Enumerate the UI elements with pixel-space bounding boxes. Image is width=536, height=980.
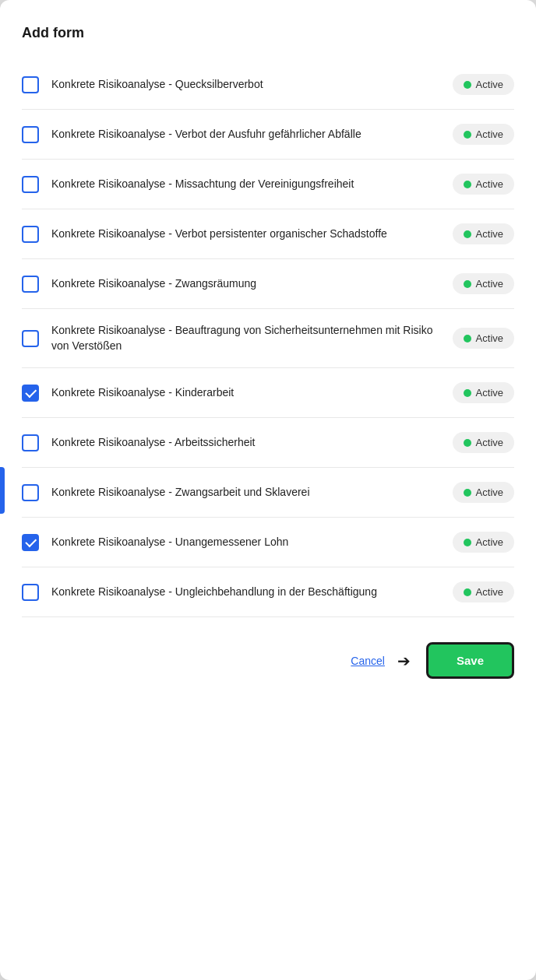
item-label-4: Konkrete Risikoanalyse - Verbot persiste… bbox=[51, 227, 440, 242]
status-badge-5: Active bbox=[453, 273, 514, 294]
checkbox-item-7[interactable] bbox=[22, 385, 39, 402]
list-item: Konkrete Risikoanalyse - Ungleichbehandl… bbox=[22, 567, 514, 617]
footer: Cancel ➔ Save bbox=[22, 623, 514, 679]
status-dot-icon-6 bbox=[464, 335, 471, 342]
status-text-3: Active bbox=[476, 178, 503, 190]
checkbox-item-10[interactable] bbox=[22, 534, 39, 551]
list-item: Konkrete Risikoanalyse - Beauftragung vo… bbox=[22, 309, 514, 368]
status-dot-icon-5 bbox=[464, 280, 471, 288]
arrow-icon: ➔ bbox=[397, 652, 411, 670]
item-left-11: Konkrete Risikoanalyse - Ungleichbehandl… bbox=[22, 584, 440, 601]
item-left-1: Konkrete Risikoanalyse - Quecksilberverb… bbox=[22, 76, 440, 93]
item-label-9: Konkrete Risikoanalyse - Zwangsarbeit un… bbox=[51, 485, 440, 501]
item-label-10: Konkrete Risikoanalyse - Unangemessener … bbox=[51, 535, 440, 550]
checkbox-item-5[interactable] bbox=[22, 276, 39, 293]
cancel-button[interactable]: Cancel bbox=[341, 648, 394, 673]
item-label-8: Konkrete Risikoanalyse - Arbeitssicherhe… bbox=[51, 435, 440, 451]
add-form-modal: Add form Konkrete Risikoanalyse - Quecks… bbox=[0, 0, 536, 980]
checkbox-item-4[interactable] bbox=[22, 226, 39, 243]
status-badge-3: Active bbox=[453, 174, 514, 195]
status-dot-icon-9 bbox=[464, 489, 471, 497]
status-text-1: Active bbox=[476, 79, 503, 90]
status-text-5: Active bbox=[476, 278, 503, 290]
checkbox-item-3[interactable] bbox=[22, 176, 39, 193]
checkbox-item-8[interactable] bbox=[22, 434, 39, 451]
status-dot-icon-3 bbox=[464, 181, 471, 188]
status-dot-icon-2 bbox=[464, 131, 471, 139]
list-item: Konkrete Risikoanalyse - Verbot der Ausf… bbox=[22, 110, 514, 160]
status-dot-icon-8 bbox=[464, 439, 471, 447]
status-badge-4: Active bbox=[453, 223, 514, 244]
item-label-3: Konkrete Risikoanalyse - Missachtung der… bbox=[51, 177, 440, 192]
save-button[interactable]: Save bbox=[426, 642, 514, 679]
item-left-6: Konkrete Risikoanalyse - Beauftragung vo… bbox=[22, 323, 440, 353]
item-left-5: Konkrete Risikoanalyse - Zwangsräumung bbox=[22, 276, 440, 293]
modal-title: Add form bbox=[22, 25, 514, 41]
status-dot-icon-7 bbox=[464, 389, 471, 397]
checkbox-item-6[interactable] bbox=[22, 330, 39, 347]
list-item: Konkrete Risikoanalyse - Missachtung der… bbox=[22, 160, 514, 209]
status-badge-8: Active bbox=[453, 432, 514, 453]
checkbox-item-9[interactable] bbox=[22, 484, 39, 501]
item-label-2: Konkrete Risikoanalyse - Verbot der Ausf… bbox=[51, 127, 440, 142]
item-left-4: Konkrete Risikoanalyse - Verbot persiste… bbox=[22, 226, 440, 243]
item-label-11: Konkrete Risikoanalyse - Ungleichbehandl… bbox=[51, 585, 440, 600]
status-text-6: Active bbox=[476, 332, 503, 344]
status-text-11: Active bbox=[476, 586, 503, 598]
item-label-7: Konkrete Risikoanalyse - Kinderarbeit bbox=[51, 385, 440, 401]
item-left-8: Konkrete Risikoanalyse - Arbeitssicherhe… bbox=[22, 434, 440, 451]
checkbox-item-1[interactable] bbox=[22, 76, 39, 93]
status-badge-1: Active bbox=[453, 74, 514, 95]
checkbox-item-11[interactable] bbox=[22, 584, 39, 601]
item-label-6: Konkrete Risikoanalyse - Beauftragung vo… bbox=[51, 323, 440, 353]
status-text-8: Active bbox=[476, 437, 503, 448]
status-badge-7: Active bbox=[453, 382, 514, 403]
list-item: Konkrete Risikoanalyse - Unangemessener … bbox=[22, 518, 514, 567]
status-text-7: Active bbox=[476, 387, 503, 399]
status-text-10: Active bbox=[476, 536, 503, 548]
status-badge-9: Active bbox=[453, 482, 514, 503]
item-left-9: Konkrete Risikoanalyse - Zwangsarbeit un… bbox=[22, 484, 440, 501]
item-label-5: Konkrete Risikoanalyse - Zwangsräumung bbox=[51, 276, 440, 292]
status-dot-icon-1 bbox=[464, 81, 471, 89]
item-left-3: Konkrete Risikoanalyse - Missachtung der… bbox=[22, 176, 440, 193]
status-badge-10: Active bbox=[453, 532, 514, 553]
status-dot-icon-11 bbox=[464, 588, 471, 596]
list-item: Konkrete Risikoanalyse - ZwangsräumungAc… bbox=[22, 259, 514, 309]
status-text-4: Active bbox=[476, 228, 503, 240]
status-dot-icon-4 bbox=[464, 230, 471, 238]
item-left-2: Konkrete Risikoanalyse - Verbot der Ausf… bbox=[22, 126, 440, 143]
cancel-arrow-container: Cancel ➔ bbox=[341, 648, 414, 673]
list-item: Konkrete Risikoanalyse - Zwangsarbeit un… bbox=[22, 468, 514, 518]
form-list: Konkrete Risikoanalyse - Quecksilberverb… bbox=[22, 60, 514, 617]
checkbox-item-2[interactable] bbox=[22, 126, 39, 143]
item-left-7: Konkrete Risikoanalyse - Kinderarbeit bbox=[22, 385, 440, 402]
left-accent bbox=[0, 467, 5, 514]
status-text-9: Active bbox=[476, 486, 503, 498]
list-item: Konkrete Risikoanalyse - Quecksilberverb… bbox=[22, 60, 514, 110]
status-badge-6: Active bbox=[453, 328, 514, 349]
status-text-2: Active bbox=[476, 128, 503, 140]
status-dot-icon-10 bbox=[464, 539, 471, 546]
list-item: Konkrete Risikoanalyse - KinderarbeitAct… bbox=[22, 368, 514, 418]
list-item: Konkrete Risikoanalyse - Verbot persiste… bbox=[22, 209, 514, 259]
status-badge-2: Active bbox=[453, 124, 514, 145]
item-left-10: Konkrete Risikoanalyse - Unangemessener … bbox=[22, 534, 440, 551]
item-label-1: Konkrete Risikoanalyse - Quecksilberverb… bbox=[51, 77, 440, 93]
status-badge-11: Active bbox=[453, 581, 514, 602]
list-item: Konkrete Risikoanalyse - Arbeitssicherhe… bbox=[22, 418, 514, 468]
